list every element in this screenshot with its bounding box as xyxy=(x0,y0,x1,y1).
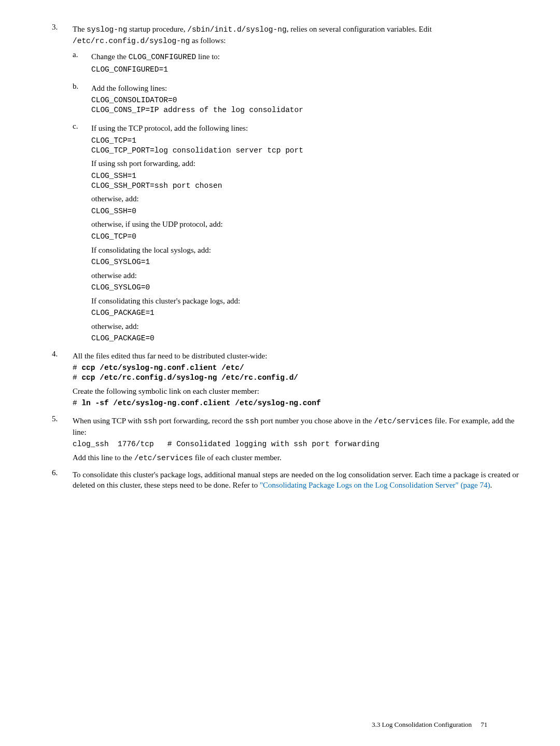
command: ccp /etc/syslog-ng.conf.client /etc/ xyxy=(81,364,244,372)
text: , relies on several configuration variab… xyxy=(287,25,432,33)
code-inline: /etc/services xyxy=(134,454,193,462)
paragraph: Add this line to the /etc/services file … xyxy=(73,452,524,464)
list-body: The syslog-ng startup procedure, /sbin/i… xyxy=(73,22,524,347)
list-letter: b. xyxy=(73,81,91,118)
text: line to: xyxy=(196,52,220,61)
text: When using TCP with xyxy=(73,417,144,425)
paragraph: If consolidating this cluster's package … xyxy=(91,296,524,306)
command: ln -sf /etc/syslog-ng.conf.client /etc/s… xyxy=(81,399,320,407)
text: port number you chose above in the xyxy=(259,417,374,425)
text: file of each cluster member. xyxy=(193,453,282,462)
list-body: Change the CLOG_CONFIGURED line to: CLOG… xyxy=(91,49,524,77)
text: The xyxy=(73,25,87,33)
code-block: CLOG_PACKAGE=1 xyxy=(91,308,524,318)
list-body: If using the TCP protocol, add the follo… xyxy=(91,121,524,346)
text: Change the xyxy=(91,52,129,61)
code-inline: CLOG_CONFIGURED xyxy=(129,53,197,61)
paragraph: The syslog-ng startup procedure, /sbin/i… xyxy=(73,24,524,46)
text: as follows: xyxy=(190,36,226,45)
code-block: CLOG_TCP=1 CLOG_TCP_PORT=log consolidati… xyxy=(91,136,524,156)
paragraph: When using TCP with ssh port forwarding,… xyxy=(73,416,524,437)
list-item-3: 3. The syslog-ng startup procedure, /sbi… xyxy=(52,22,524,347)
code-inline: ssh xyxy=(245,417,259,425)
text: # xyxy=(73,374,81,382)
paragraph: To consolidate this cluster's package lo… xyxy=(73,469,524,491)
code-block: clog_ssh 1776/tcp # Consolidated logging… xyxy=(73,439,524,449)
paragraph: If using ssh port forwarding, add: xyxy=(91,158,524,169)
code-block: CLOG_SYSLOG=1 xyxy=(91,257,524,267)
paragraph: Create the following symbolic link on ea… xyxy=(73,386,524,396)
code-block: CLOG_TCP=0 xyxy=(91,232,524,242)
code-inline: ssh xyxy=(144,417,157,425)
code-inline: /etc/services xyxy=(374,417,432,425)
footer-section: 3.3 Log Consolidation Configuration xyxy=(372,721,472,728)
text: # xyxy=(73,399,81,407)
paragraph: If using the TCP protocol, add the follo… xyxy=(91,123,524,133)
paragraph: Change the CLOG_CONFIGURED line to: xyxy=(91,51,524,63)
code-block: CLOG_CONFIGURED=1 xyxy=(91,65,524,75)
text: Add this line to the xyxy=(73,453,134,462)
list-body: To consolidate this cluster's package lo… xyxy=(73,467,524,493)
command: ccp /etc/rc.config.d/syslog-ng /etc/rc.c… xyxy=(81,374,298,382)
list-item-3a: a. Change the CLOG_CONFIGURED line to: C… xyxy=(73,49,524,77)
code-block: # ln -sf /etc/syslog-ng.conf.client /etc… xyxy=(73,398,524,408)
list-number: 4. xyxy=(52,349,73,411)
list-item-5: 5. When using TCP with ssh port forwardi… xyxy=(52,413,524,465)
code-block: # ccp /etc/syslog-ng.conf.client /etc/ #… xyxy=(73,363,524,383)
text: port forwarding, record the xyxy=(157,417,245,425)
cross-reference-link[interactable]: "Consolidating Package Logs on the Log C… xyxy=(260,481,490,489)
paragraph: Add the following lines: xyxy=(91,83,524,93)
list-body: All the files edited thus far need to be… xyxy=(73,349,524,411)
text: . xyxy=(490,481,492,489)
footer-page-number: 71 xyxy=(481,721,487,728)
code-block: CLOG_PACKAGE=0 xyxy=(91,334,524,343)
code-block: CLOG_SYSLOG=0 xyxy=(91,283,524,293)
paragraph: otherwise, if using the UDP protocol, ad… xyxy=(91,219,524,229)
paragraph: otherwise, add: xyxy=(91,321,524,331)
list-number: 6. xyxy=(52,467,73,493)
paragraph: otherwise add: xyxy=(91,270,524,281)
text: # xyxy=(73,364,81,372)
paragraph: If consolidating the local syslogs, add: xyxy=(91,245,524,255)
page-footer: 3.3 Log Consolidation Configuration 71 xyxy=(372,720,487,729)
list-item-3c: c. If using the TCP protocol, add the fo… xyxy=(73,121,524,346)
list-number: 3. xyxy=(52,22,73,347)
code-inline: /etc/rc.config.d/syslog-ng xyxy=(73,37,190,45)
list-letter: a. xyxy=(73,49,91,77)
code-block: CLOG_SSH=0 xyxy=(91,206,524,216)
code-block: CLOG_CONSOLIDATOR=0 CLOG_CONS_IP=IP addr… xyxy=(91,95,524,115)
text: startup procedure, xyxy=(127,25,187,33)
paragraph: otherwise, add: xyxy=(91,194,524,204)
list-body: When using TCP with ssh port forwarding,… xyxy=(73,413,524,465)
code-inline: /sbin/init.d/syslog-ng xyxy=(187,25,286,34)
list-letter: c. xyxy=(73,121,91,346)
list-item-4: 4. All the files edited thus far need to… xyxy=(52,349,524,411)
code-inline: syslog-ng xyxy=(87,25,127,34)
list-item-6: 6. To consolidate this cluster's package… xyxy=(52,467,524,493)
list-number: 5. xyxy=(52,413,73,465)
list-body: Add the following lines: CLOG_CONSOLIDAT… xyxy=(91,81,524,118)
list-item-3b: b. Add the following lines: CLOG_CONSOLI… xyxy=(73,81,524,118)
code-block: CLOG_SSH=1 CLOG_SSH_PORT=ssh port chosen xyxy=(91,171,524,191)
paragraph: All the files edited thus far need to be… xyxy=(73,351,524,361)
